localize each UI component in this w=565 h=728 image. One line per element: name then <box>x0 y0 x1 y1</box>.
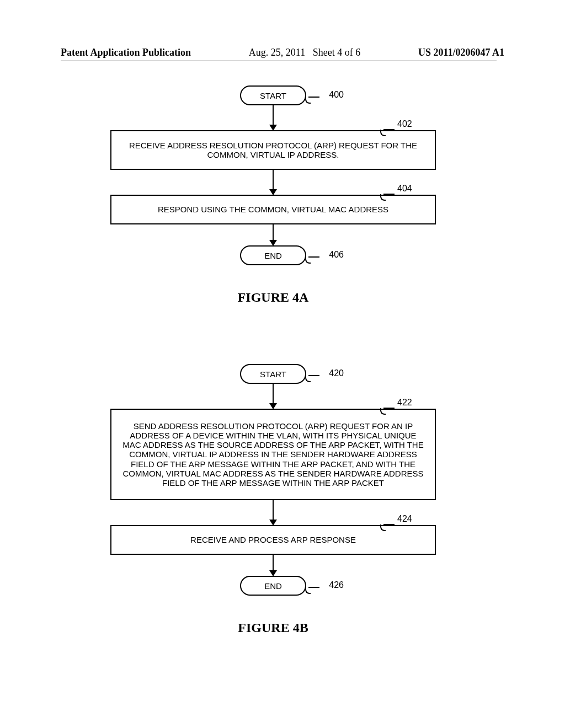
leader-426 <box>308 587 319 588</box>
sheet-number: Sheet 4 of 6 <box>313 47 360 58</box>
end-node-b: END 426 <box>240 576 306 596</box>
start-node-b: START 420 <box>240 364 306 384</box>
leader-406 <box>308 256 319 258</box>
leader-400 <box>308 97 319 98</box>
arrow-424-426 <box>273 560 274 576</box>
arrow-400-402 <box>273 111 274 130</box>
process-424-label: RECEIVE AND PROCESS ARP RESPONSE <box>190 535 356 544</box>
start-node-a: START 400 <box>240 85 306 105</box>
ref-426: 426 <box>329 580 344 590</box>
flowchart-4b: START 420 422 SEND ADDRESS RESOLUTION PR… <box>110 353 436 635</box>
arrow-422-424 <box>273 506 274 525</box>
date-sheet: Aug. 25, 2011 Sheet 4 of 6 <box>249 47 360 58</box>
process-402-label: RECEIVE ADDRESS RESOLUTION PROTOCOL (ARP… <box>125 141 421 160</box>
process-424: RECEIVE AND PROCESS ARP RESPONSE <box>110 525 436 555</box>
page-header: Patent Application Publication Aug. 25, … <box>0 47 565 61</box>
ref-420: 420 <box>329 368 344 378</box>
publication-type: Patent Application Publication <box>61 47 191 58</box>
arrow-stub <box>273 224 274 230</box>
arrow-stub <box>273 500 274 506</box>
arrow-402-404 <box>273 175 274 195</box>
start-label-a: START <box>260 91 286 100</box>
process-422: SEND ADDRESS RESOLUTION PROTOCOL (ARP) R… <box>110 409 436 500</box>
ref-400: 400 <box>329 90 344 100</box>
pub-date: Aug. 25, 2011 <box>249 47 305 58</box>
flowchart-4a: START 400 402 RECEIVE ADDRESS RESOLUTION… <box>110 74 436 305</box>
end-node-a: END 406 <box>240 245 306 265</box>
figure-4b-caption: FIGURE 4B <box>110 620 436 635</box>
arrow-420-422 <box>273 389 274 409</box>
process-402: RECEIVE ADDRESS RESOLUTION PROTOCOL (ARP… <box>110 130 436 170</box>
ref-404: 404 <box>397 184 412 194</box>
ref-406: 406 <box>329 250 344 260</box>
arrow-404-406 <box>273 230 274 245</box>
end-label-b: END <box>264 581 282 591</box>
arrow-stub <box>273 555 274 560</box>
process-404-label: RESPOND USING THE COMMON, VIRTUAL MAC AD… <box>158 205 388 214</box>
process-422-label: SEND ADDRESS RESOLUTION PROTOCOL (ARP) R… <box>121 421 425 488</box>
process-404: RESPOND USING THE COMMON, VIRTUAL MAC AD… <box>110 195 436 224</box>
start-label-b: START <box>260 370 286 379</box>
publication-number: US 2011/0206047 A1 <box>418 47 504 58</box>
ref-424: 424 <box>397 514 412 524</box>
arrow-stub <box>273 105 274 111</box>
arrow-stub <box>273 170 274 175</box>
ref-402: 402 <box>397 119 412 129</box>
arrow-stub <box>273 384 274 389</box>
figure-4a-caption: FIGURE 4A <box>110 290 436 305</box>
end-label-a: END <box>264 251 282 260</box>
leader-420 <box>308 375 319 376</box>
ref-422: 422 <box>397 398 412 408</box>
header-rule <box>61 61 497 61</box>
